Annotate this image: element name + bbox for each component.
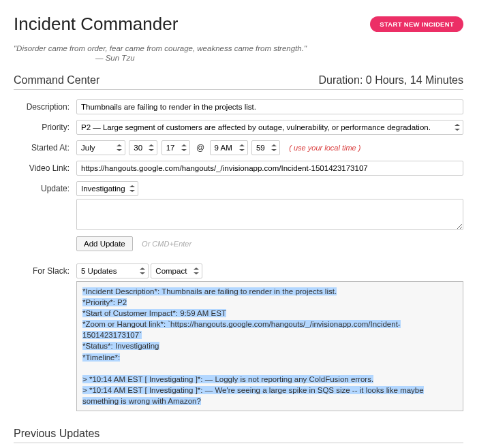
description-label: Description: [14, 99, 76, 112]
day-select[interactable]: 30 [129, 140, 157, 155]
update-textarea[interactable] [76, 199, 463, 230]
add-update-hint: Or CMD+Enter [142, 240, 191, 248]
start-new-incident-button[interactable]: START NEW INCIDENT [370, 16, 463, 32]
for-slack-label: For Slack: [14, 263, 76, 276]
quote-text: "Disorder came from order, fear came fro… [14, 44, 463, 52]
started-at-label: Started At: [14, 140, 76, 153]
priority-label: Priority: [14, 120, 76, 132]
year-select[interactable]: 17 [161, 140, 190, 155]
page-title: Incident Commander [14, 14, 178, 35]
priority-select[interactable]: P2 — Large segment of customers are affe… [76, 120, 463, 135]
update-status-select[interactable]: Investigating [76, 181, 138, 196]
video-link-input[interactable] [76, 161, 463, 176]
command-center-heading: Command Center [14, 74, 99, 86]
minute-select[interactable]: 59 [251, 140, 280, 155]
slack-count-select[interactable]: 5 Updates [76, 263, 149, 278]
add-update-button[interactable]: Add Update [76, 236, 133, 251]
slack-format-select[interactable]: Compact [151, 263, 202, 278]
duration-display: Duration: 0 Hours, 14 Minutes [318, 74, 463, 86]
previous-updates-heading: Previous Updates [14, 428, 463, 443]
video-link-label: Video Link: [14, 161, 76, 173]
description-input[interactable] [76, 99, 463, 114]
slack-output-box[interactable]: *Incident Description*: Thumbnails are f… [76, 281, 463, 411]
update-label: Update: [14, 181, 76, 193]
local-time-hint: ( use your local time ) [289, 144, 360, 152]
quote-attribution: — Sun Tzu [95, 54, 463, 62]
hour-select[interactable]: 9 AM [210, 140, 248, 155]
at-symbol: @ [196, 143, 204, 153]
month-select[interactable]: July [76, 140, 125, 155]
